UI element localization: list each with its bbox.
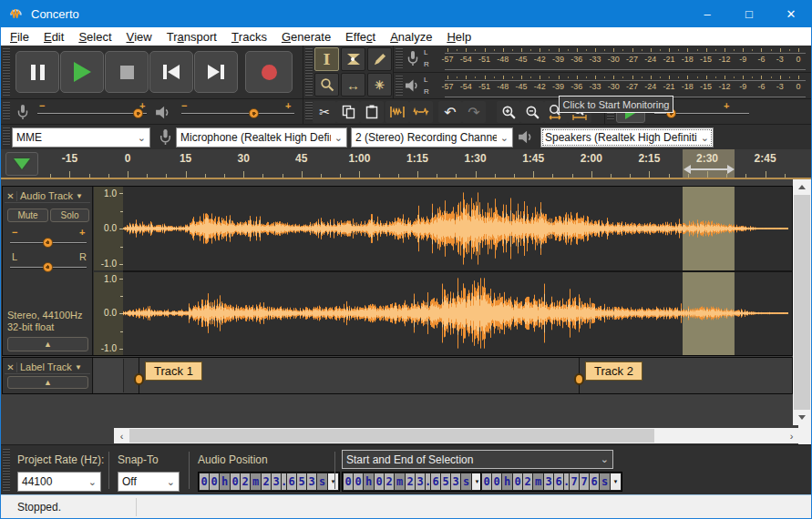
time-digit[interactable]: 0 — [344, 473, 353, 490]
recording-meter[interactable]: L R -57-54-51-48-45-42-39-36-33-30-27-24… — [393, 46, 811, 72]
time-digit[interactable]: 3 — [416, 473, 425, 490]
play-button[interactable] — [60, 51, 104, 93]
horizontal-scroll-thumb[interactable] — [129, 429, 654, 443]
record-button[interactable] — [245, 51, 293, 93]
time-shift-tool-button[interactable]: ↔ — [341, 73, 365, 97]
close-track-button[interactable]: ✕ — [5, 191, 17, 201]
playback-device-select[interactable]: Speakers (Realtek High Definiti⌄ — [540, 127, 714, 148]
audio-position-field[interactable]: 00h02m23.653s▼ — [198, 472, 340, 492]
label-text[interactable]: Track 2 — [585, 361, 642, 381]
paste-button[interactable] — [360, 101, 384, 123]
solo-button[interactable]: Solo — [50, 209, 89, 222]
pause-button[interactable] — [15, 51, 59, 93]
menu-effect[interactable]: Effect — [338, 27, 383, 46]
time-field-dropdown-icon[interactable]: ▼ — [328, 473, 338, 490]
playback-volume-slider[interactable] — [181, 113, 294, 115]
menu-tracks[interactable]: Tracks — [224, 27, 274, 46]
time-digit[interactable]: 0 — [210, 473, 219, 490]
toolbar-grip[interactable] — [3, 449, 10, 491]
selection-range-mode-select[interactable]: Start and End of Selection⌄ — [342, 450, 613, 469]
time-digit[interactable]: s — [600, 473, 610, 490]
scroll-down-button[interactable] — [793, 410, 811, 425]
toolbar-grip[interactable] — [3, 127, 10, 147]
minimize-button[interactable]: – — [686, 0, 728, 27]
time-digit[interactable]: 3 — [544, 473, 553, 490]
multi-tool-button[interactable]: ✳ — [367, 73, 392, 97]
time-digit[interactable]: 0 — [200, 473, 209, 490]
silence-audio-button[interactable] — [409, 101, 433, 123]
envelope-tool-button[interactable] — [341, 47, 365, 71]
time-digit[interactable]: 7 — [580, 473, 589, 490]
time-digit[interactable]: h — [364, 473, 374, 490]
label-lane[interactable]: Track 1Track 2 — [124, 358, 792, 393]
gain-slider-thumb[interactable] — [43, 238, 53, 248]
copy-button[interactable] — [336, 101, 360, 123]
vertical-scroll-thumb[interactable] — [794, 195, 810, 410]
recording-volume-slider[interactable] — [37, 113, 147, 115]
time-digit[interactable]: 2 — [385, 473, 394, 490]
toolbar-grip[interactable] — [305, 102, 313, 121]
time-digit[interactable]: . — [426, 473, 430, 490]
menu-file[interactable]: File — [3, 27, 36, 46]
vertical-ruler-right-channel[interactable]: 1.0 0.0 -1.0 — [94, 272, 124, 355]
time-digit[interactable]: 6 — [431, 473, 440, 490]
cut-button[interactable]: ✂ — [313, 101, 336, 123]
menu-transport[interactable]: Transport — [159, 27, 224, 46]
zoom-out-button[interactable] — [520, 101, 544, 123]
recording-volume-thumb[interactable] — [133, 108, 143, 118]
time-digit[interactable]: 5 — [297, 473, 306, 490]
selection-tool-button[interactable]: I — [314, 47, 339, 71]
skip-to-start-button[interactable] — [149, 51, 193, 93]
stop-button[interactable] — [105, 51, 149, 93]
menu-help[interactable]: Help — [439, 27, 478, 46]
time-digit[interactable]: 3 — [307, 473, 316, 490]
menu-analyze[interactable]: Analyze — [383, 27, 439, 46]
time-digit[interactable]: . — [564, 473, 569, 490]
recording-channels-select[interactable]: 2 (Stereo) Recording Channels⌄ — [351, 127, 513, 148]
vertical-ruler-left-channel[interactable]: 1.0 0.0 -1.0 — [94, 187, 124, 270]
time-digit[interactable]: 6 — [590, 473, 599, 490]
audio-host-select[interactable]: MME⌄ — [12, 127, 150, 148]
time-digit[interactable]: m — [395, 473, 405, 490]
label-text[interactable]: Track 1 — [145, 361, 202, 381]
track-title[interactable]: Label Track — [20, 361, 72, 372]
scroll-right-button[interactable]: › — [784, 428, 799, 443]
toolbar-grip[interactable] — [396, 48, 403, 69]
label-marker-icon[interactable] — [574, 373, 584, 385]
time-digit[interactable]: 2 — [523, 473, 532, 490]
skip-to-end-button[interactable] — [194, 51, 238, 93]
time-digit[interactable]: 2 — [406, 473, 415, 490]
toolbar-grip[interactable] — [396, 76, 403, 96]
undo-button[interactable]: ↶ — [438, 101, 462, 123]
time-digit[interactable]: 2 — [262, 473, 271, 490]
snap-to-select[interactable]: Off⌄ — [118, 472, 180, 492]
menu-edit[interactable]: Edit — [36, 27, 71, 46]
playback-meter[interactable]: L R -57-54-51-48-45-42-39-36-33-30-27-24… — [393, 72, 811, 98]
time-digit[interactable]: 2 — [241, 473, 250, 490]
time-digit[interactable]: 0 — [231, 473, 240, 490]
recording-device-select[interactable]: Microphone (Realtek High Defini⌄ — [176, 127, 347, 148]
selection-start-field[interactable]: 00h02m23.653s▼ — [342, 472, 484, 492]
time-digit[interactable]: m — [251, 473, 261, 490]
maximize-button[interactable]: □ — [728, 0, 770, 27]
pinned-play-head-button[interactable] — [5, 152, 38, 176]
collapse-track-button[interactable]: ▲ — [7, 376, 88, 389]
waveform-canvas[interactable] — [123, 187, 792, 355]
mute-button[interactable]: Mute — [7, 209, 48, 222]
draw-tool-button[interactable] — [367, 47, 392, 71]
time-digit[interactable]: s — [317, 473, 327, 490]
time-digit[interactable]: 6 — [554, 473, 563, 490]
time-digit[interactable]: 0 — [482, 473, 491, 490]
close-button[interactable]: ✕ — [770, 0, 812, 27]
time-digit[interactable]: m — [533, 473, 543, 490]
menu-generate[interactable]: Generate — [274, 27, 338, 46]
time-digit[interactable]: 0 — [513, 473, 522, 490]
toolbar-grip[interactable] — [3, 102, 10, 121]
zoom-in-button[interactable] — [497, 101, 520, 123]
pan-slider-thumb[interactable] — [43, 262, 53, 272]
close-track-button[interactable]: ✕ — [5, 362, 17, 372]
toolbar-grip[interactable] — [305, 48, 313, 96]
time-digit[interactable]: s — [461, 473, 471, 490]
time-digit[interactable]: 0 — [375, 473, 384, 490]
scroll-up-button[interactable] — [793, 179, 811, 195]
